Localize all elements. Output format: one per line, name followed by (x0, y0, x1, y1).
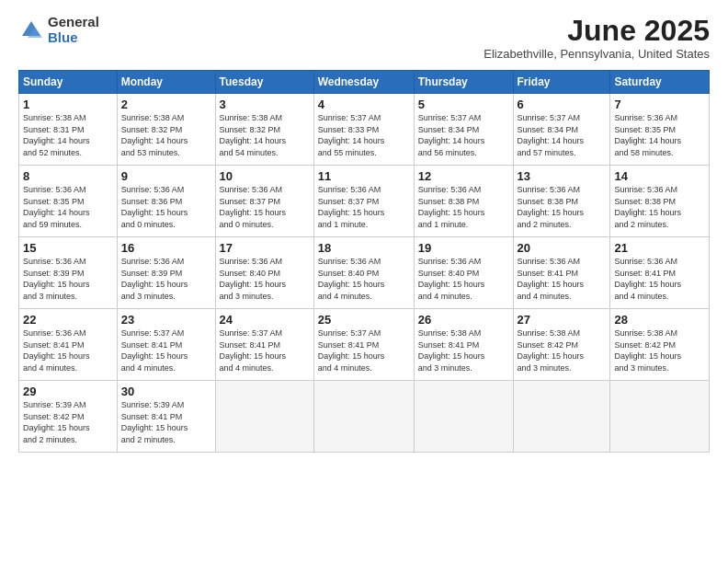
cell-content: Sunrise: 5:36 AMSunset: 8:38 PMDaylight:… (418, 184, 509, 230)
title-month: June 2025 (483, 15, 710, 47)
col-header-sunday: Sunday (19, 71, 118, 94)
cell-content: Sunrise: 5:38 AMSunset: 8:32 PMDaylight:… (121, 112, 211, 158)
calendar-cell: 17Sunrise: 5:36 AMSunset: 8:40 PMDayligh… (215, 237, 313, 309)
cell-content: Sunrise: 5:36 AMSunset: 8:37 PMDaylight:… (318, 184, 410, 230)
col-header-wednesday: Wednesday (313, 71, 414, 94)
calendar-cell: 13Sunrise: 5:36 AMSunset: 8:38 PMDayligh… (513, 166, 610, 237)
col-header-thursday: Thursday (414, 71, 513, 94)
day-number: 12 (418, 169, 509, 183)
cell-content: Sunrise: 5:36 AMSunset: 8:41 PMDaylight:… (614, 256, 705, 302)
cell-content: Sunrise: 5:37 AMSunset: 8:41 PMDaylight:… (220, 327, 310, 373)
title-location: Elizabethville, Pennsylvania, United Sta… (483, 47, 710, 61)
logo-blue-text: Blue (48, 30, 99, 46)
day-number: 23 (121, 313, 211, 327)
cell-content: Sunrise: 5:38 AMSunset: 8:42 PMDaylight:… (614, 327, 705, 373)
logo: General Blue (18, 15, 99, 45)
calendar-cell: 3Sunrise: 5:38 AMSunset: 8:32 PMDaylight… (215, 94, 313, 166)
cell-content: Sunrise: 5:37 AMSunset: 8:34 PMDaylight:… (418, 112, 509, 158)
day-number: 3 (220, 98, 310, 111)
calendar-cell: 22Sunrise: 5:36 AMSunset: 8:41 PMDayligh… (19, 309, 118, 381)
day-number: 15 (23, 241, 113, 255)
day-number: 30 (121, 385, 211, 398)
cell-content: Sunrise: 5:36 AMSunset: 8:38 PMDaylight:… (518, 184, 607, 230)
calendar-cell (513, 381, 610, 453)
calendar-cell: 21Sunrise: 5:36 AMSunset: 8:41 PMDayligh… (610, 237, 710, 309)
calendar-cell: 24Sunrise: 5:37 AMSunset: 8:41 PMDayligh… (215, 309, 313, 381)
cell-content: Sunrise: 5:39 AMSunset: 8:42 PMDaylight:… (23, 399, 113, 445)
day-number: 2 (121, 98, 211, 111)
calendar-cell: 10Sunrise: 5:36 AMSunset: 8:37 PMDayligh… (215, 166, 313, 237)
calendar-cell: 1Sunrise: 5:38 AMSunset: 8:31 PMDaylight… (19, 94, 118, 166)
calendar-week-1: 1Sunrise: 5:38 AMSunset: 8:31 PMDaylight… (19, 94, 710, 166)
cell-content: Sunrise: 5:36 AMSunset: 8:40 PMDaylight:… (418, 256, 509, 302)
cell-content: Sunrise: 5:36 AMSunset: 8:41 PMDaylight:… (23, 327, 113, 373)
calendar-cell: 16Sunrise: 5:36 AMSunset: 8:39 PMDayligh… (117, 237, 215, 309)
calendar-cell: 25Sunrise: 5:37 AMSunset: 8:41 PMDayligh… (313, 309, 414, 381)
day-number: 1 (23, 98, 113, 111)
day-number: 17 (220, 241, 310, 255)
day-number: 10 (220, 169, 310, 183)
day-number: 20 (518, 241, 607, 255)
calendar-week-3: 15Sunrise: 5:36 AMSunset: 8:39 PMDayligh… (19, 237, 710, 309)
calendar-cell: 4Sunrise: 5:37 AMSunset: 8:33 PMDaylight… (313, 94, 414, 166)
calendar-cell (313, 381, 414, 453)
logo-general-text: General (48, 15, 99, 30)
calendar-cell: 27Sunrise: 5:38 AMSunset: 8:42 PMDayligh… (513, 309, 610, 381)
calendar-cell: 15Sunrise: 5:36 AMSunset: 8:39 PMDayligh… (19, 237, 118, 309)
day-number: 5 (418, 98, 509, 111)
cell-content: Sunrise: 5:36 AMSunset: 8:41 PMDaylight:… (518, 256, 607, 302)
cell-content: Sunrise: 5:36 AMSunset: 8:35 PMDaylight:… (23, 184, 113, 230)
calendar-cell: 12Sunrise: 5:36 AMSunset: 8:38 PMDayligh… (414, 166, 513, 237)
calendar-cell (610, 381, 710, 453)
day-number: 8 (23, 169, 113, 183)
cell-content: Sunrise: 5:37 AMSunset: 8:41 PMDaylight:… (121, 327, 211, 373)
calendar-cell: 9Sunrise: 5:36 AMSunset: 8:36 PMDaylight… (117, 166, 215, 237)
day-number: 16 (121, 241, 211, 255)
day-number: 28 (614, 313, 705, 327)
day-number: 29 (23, 385, 113, 398)
calendar-week-2: 8Sunrise: 5:36 AMSunset: 8:35 PMDaylight… (19, 166, 710, 237)
day-number: 13 (518, 169, 607, 183)
day-number: 14 (614, 169, 705, 183)
day-number: 11 (318, 169, 410, 183)
cell-content: Sunrise: 5:36 AMSunset: 8:35 PMDaylight:… (614, 112, 705, 158)
day-number: 27 (518, 313, 607, 327)
cell-content: Sunrise: 5:37 AMSunset: 8:34 PMDaylight:… (518, 112, 607, 158)
cell-content: Sunrise: 5:36 AMSunset: 8:40 PMDaylight:… (220, 256, 310, 302)
day-number: 24 (220, 313, 310, 327)
calendar-cell: 18Sunrise: 5:36 AMSunset: 8:40 PMDayligh… (313, 237, 414, 309)
col-header-friday: Friday (513, 71, 610, 94)
calendar-cell (414, 381, 513, 453)
calendar-cell: 7Sunrise: 5:36 AMSunset: 8:35 PMDaylight… (610, 94, 710, 166)
calendar-cell: 11Sunrise: 5:36 AMSunset: 8:37 PMDayligh… (313, 166, 414, 237)
logo-text: General Blue (48, 15, 99, 45)
calendar-cell: 6Sunrise: 5:37 AMSunset: 8:34 PMDaylight… (513, 94, 610, 166)
calendar-cell: 30Sunrise: 5:39 AMSunset: 8:41 PMDayligh… (117, 381, 215, 453)
calendar-cell: 29Sunrise: 5:39 AMSunset: 8:42 PMDayligh… (19, 381, 118, 453)
cell-content: Sunrise: 5:36 AMSunset: 8:36 PMDaylight:… (121, 184, 211, 230)
cell-content: Sunrise: 5:36 AMSunset: 8:40 PMDaylight:… (318, 256, 410, 302)
calendar-cell (215, 381, 313, 453)
day-number: 22 (23, 313, 113, 327)
col-header-tuesday: Tuesday (215, 71, 313, 94)
calendar-cell: 8Sunrise: 5:36 AMSunset: 8:35 PMDaylight… (19, 166, 118, 237)
title-block: June 2025 Elizabethville, Pennsylvania, … (483, 15, 710, 61)
calendar-header-row: SundayMondayTuesdayWednesdayThursdayFrid… (19, 71, 710, 94)
cell-content: Sunrise: 5:36 AMSunset: 8:37 PMDaylight:… (220, 184, 310, 230)
cell-content: Sunrise: 5:36 AMSunset: 8:39 PMDaylight:… (121, 256, 211, 302)
cell-content: Sunrise: 5:38 AMSunset: 8:32 PMDaylight:… (220, 112, 310, 158)
cell-content: Sunrise: 5:37 AMSunset: 8:33 PMDaylight:… (318, 112, 410, 158)
calendar-cell: 5Sunrise: 5:37 AMSunset: 8:34 PMDaylight… (414, 94, 513, 166)
day-number: 21 (614, 241, 705, 255)
calendar-cell: 26Sunrise: 5:38 AMSunset: 8:41 PMDayligh… (414, 309, 513, 381)
cell-content: Sunrise: 5:36 AMSunset: 8:39 PMDaylight:… (23, 256, 113, 302)
page: General Blue June 2025 Elizabethville, P… (0, 0, 728, 563)
cell-content: Sunrise: 5:38 AMSunset: 8:31 PMDaylight:… (23, 112, 113, 158)
day-number: 6 (518, 98, 607, 111)
calendar-week-4: 22Sunrise: 5:36 AMSunset: 8:41 PMDayligh… (19, 309, 710, 381)
day-number: 19 (418, 241, 509, 255)
day-number: 18 (318, 241, 410, 255)
calendar-cell: 14Sunrise: 5:36 AMSunset: 8:38 PMDayligh… (610, 166, 710, 237)
day-number: 7 (614, 98, 705, 111)
day-number: 25 (318, 313, 410, 327)
